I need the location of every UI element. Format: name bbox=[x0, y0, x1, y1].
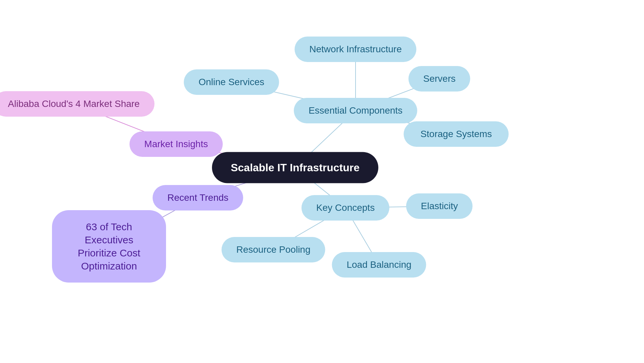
market-insights-node[interactable]: Market Insights bbox=[129, 131, 223, 157]
center-node[interactable]: Scalable IT Infrastructure bbox=[212, 152, 378, 183]
alibaba-node[interactable]: Alibaba Cloud's 4 Market Share bbox=[0, 91, 154, 117]
elasticity-node[interactable]: Elasticity bbox=[406, 193, 473, 219]
essential-components-node[interactable]: Essential Components bbox=[294, 98, 417, 123]
recent-trends-node[interactable]: Recent Trends bbox=[153, 185, 243, 210]
storage-systems-node[interactable]: Storage Systems bbox=[404, 121, 508, 147]
mind-map: Scalable IT Infrastructure Essential Com… bbox=[0, 0, 644, 363]
network-infrastructure-node[interactable]: Network Infrastructure bbox=[294, 37, 416, 62]
load-balancing-node[interactable]: Load Balancing bbox=[332, 252, 426, 278]
online-services-node[interactable]: Online Services bbox=[184, 69, 279, 95]
resource-pooling-node[interactable]: Resource Pooling bbox=[221, 237, 325, 262]
cost-optimization-node[interactable]: 63 of Tech Executives Prioritize Cost Op… bbox=[52, 210, 166, 283]
key-concepts-node[interactable]: Key Concepts bbox=[302, 195, 389, 221]
servers-node[interactable]: Servers bbox=[409, 66, 470, 92]
